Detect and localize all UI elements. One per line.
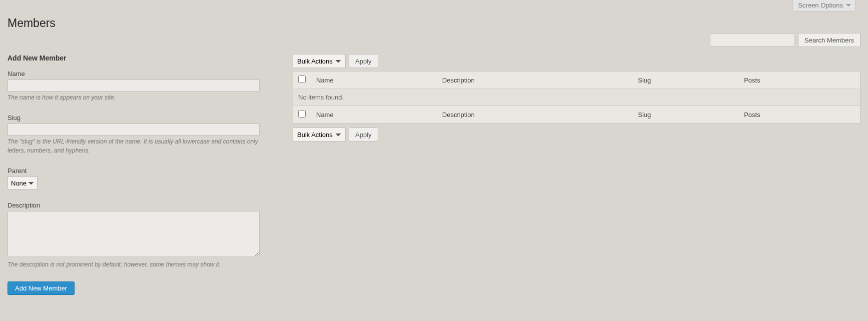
chevron-down-icon (846, 4, 851, 6)
field-slug: Slug The "slug" is the URL-friendly vers… (8, 114, 273, 155)
field-description: Description The description is not promi… (8, 202, 273, 269)
form-heading: Add New Member (8, 54, 273, 62)
select-all-bottom-checkbox[interactable] (298, 110, 306, 118)
col-description[interactable]: Description (437, 72, 633, 89)
screen-options-toggle[interactable]: Screen Options (792, 0, 855, 12)
description-textarea[interactable] (8, 211, 260, 257)
name-label: Name (8, 70, 273, 78)
table-footer-row: Name Description Slug Posts (293, 106, 860, 123)
select-all-top-checkbox[interactable] (298, 76, 306, 83)
description-label: Description (8, 202, 273, 209)
col-name-foot[interactable]: Name (311, 106, 437, 123)
no-items-message: No items found. (293, 89, 860, 106)
table-empty-row: No items found. (293, 89, 860, 106)
apply-button-top[interactable]: Apply (349, 54, 378, 68)
col-name[interactable]: Name (311, 72, 437, 89)
members-table: Name Description Slug Posts No items fou… (293, 71, 860, 124)
screen-options-label: Screen Options (798, 2, 843, 9)
search-button[interactable]: Search Members (798, 33, 860, 47)
parent-select[interactable]: None (8, 176, 38, 190)
add-new-member-button[interactable]: Add New Member (8, 282, 75, 295)
bulk-actions-select-top[interactable]: Bulk Actions (293, 54, 346, 68)
list-column: Bulk Actions Apply Name Description Slug… (293, 54, 860, 142)
field-parent: Parent None (8, 167, 273, 190)
page-title: Members (8, 12, 860, 30)
col-posts[interactable]: Posts (739, 72, 860, 89)
search-row: Search Members (8, 33, 860, 47)
bulk-actions-select-bottom[interactable]: Bulk Actions (293, 128, 346, 142)
table-header-row: Name Description Slug Posts (293, 72, 860, 89)
add-new-form: Add New Member Name The name is how it a… (8, 54, 273, 295)
field-name: Name The name is how it appears on your … (8, 70, 273, 102)
apply-button-bottom[interactable]: Apply (349, 128, 378, 142)
search-input[interactable] (710, 34, 795, 46)
description-desc: The description is not prominent by defa… (8, 260, 273, 269)
main-columns: Add New Member Name The name is how it a… (8, 54, 860, 295)
bulk-actions-top: Bulk Actions Apply (293, 54, 860, 68)
col-description-foot[interactable]: Description (437, 106, 633, 123)
top-bar: Screen Options (8, 0, 860, 12)
slug-input[interactable] (8, 124, 260, 136)
slug-label: Slug (8, 114, 273, 122)
bulk-actions-bottom: Bulk Actions Apply (293, 128, 860, 142)
slug-desc: The "slug" is the URL-friendly version o… (8, 138, 273, 155)
name-desc: The name is how it appears on your site. (8, 94, 273, 102)
parent-label: Parent (8, 167, 273, 174)
col-posts-foot[interactable]: Posts (739, 106, 860, 123)
name-input[interactable] (8, 80, 260, 92)
col-slug[interactable]: Slug (633, 72, 739, 89)
col-slug-foot[interactable]: Slug (633, 106, 739, 123)
